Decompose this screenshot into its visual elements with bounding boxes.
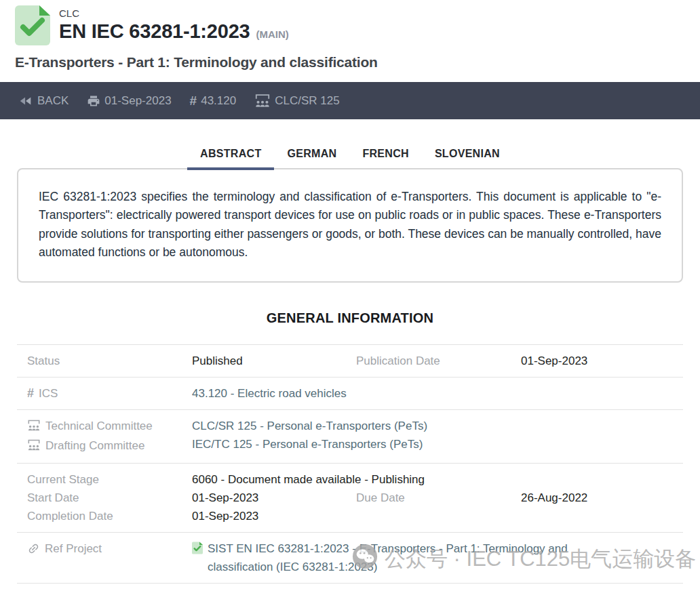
hash-icon: #	[190, 94, 197, 108]
drafting-committee-value-link[interactable]: IEC/TC 125 - Personal e-Transporters (Pe…	[192, 435, 673, 453]
current-stage-label: Current Stage	[27, 470, 192, 489]
ics-label: # ICS	[27, 384, 192, 403]
technical-committee-value-link[interactable]: CLC/SR 125 - Personal e-Transporters (Pe…	[192, 417, 673, 435]
document-check-icon	[15, 5, 50, 48]
standard-subtitle: E-Transporters - Part 1: Terminology and…	[15, 54, 685, 70]
table-row-ics: # ICS 43.120 - Electric road vehicles	[17, 377, 683, 409]
language-tabs: ABSTRACT GERMAN FRENCH SLOVENIAN	[17, 144, 683, 170]
org-label: CLC	[59, 7, 289, 20]
nav-ics-code: 43.120	[201, 94, 236, 108]
publication-date-value: 01-Sep-2023	[521, 352, 673, 370]
page-header: CLC EN IEC 63281-1:2023 (MAIN) E-Transpo…	[0, 0, 700, 70]
tab-french[interactable]: FRENCH	[349, 144, 421, 170]
start-date-label: Start Date	[27, 489, 192, 507]
status-label: Status	[27, 352, 192, 370]
status-value: Published	[192, 352, 356, 370]
abstract-panel: IEC 63281-1:2023 specifies the terminolo…	[17, 168, 683, 283]
back-button[interactable]: BACK	[18, 94, 69, 108]
variant-badge: (MAIN)	[256, 28, 289, 40]
committee-icon	[254, 94, 271, 108]
fast-rewind-icon	[18, 94, 33, 108]
due-date-value: 26-Aug-2022	[521, 489, 673, 507]
back-label: BACK	[37, 94, 69, 108]
tab-abstract[interactable]: ABSTRACT	[187, 144, 274, 170]
hash-icon: #	[27, 384, 34, 403]
link-icon	[27, 539, 40, 561]
table-row-status: Status Published Publication Date 01-Sep…	[17, 344, 683, 377]
ref-project-label: Ref Project	[27, 539, 192, 576]
nav-publication-date: 01-Sep-2023	[104, 94, 171, 108]
technical-committee-label: Technical Committee	[27, 417, 192, 436]
table-row-ref-project: Ref Project SIST EN IEC 63281-1:2023 - E…	[17, 532, 683, 584]
ics-chip: # 43.120	[190, 94, 237, 108]
committee-chip: CLC/SR 125	[254, 94, 339, 108]
toolbar: BACK 01-Sep-2023 # 43.120 CLC/SR 125	[0, 82, 700, 119]
page-title: EN IEC 63281-1:2023	[59, 20, 250, 43]
start-date-value: 01-Sep-2023	[192, 489, 356, 507]
general-information-table: Status Published Publication Date 01-Sep…	[17, 344, 683, 584]
committee-icon	[27, 417, 41, 436]
committee-icon	[27, 436, 41, 456]
publication-date-label: Publication Date	[356, 352, 521, 370]
printer-icon	[87, 94, 100, 108]
document-check-icon	[192, 539, 203, 576]
due-date-label: Due Date	[356, 489, 521, 507]
nav-committee: CLC/SR 125	[275, 94, 339, 108]
table-row-current-stage: Current Stage 6060 - Document made avail…	[17, 463, 683, 532]
table-row-committees: Technical Committee	[17, 409, 683, 463]
general-information-heading: GENERAL INFORMATION	[17, 310, 683, 326]
ref-project-value-link[interactable]: SIST EN IEC 63281-1:2023 - E-Transporter…	[208, 539, 629, 576]
tab-german[interactable]: GERMAN	[274, 144, 349, 170]
current-stage-value: 6060 - Document made available - Publish…	[192, 470, 673, 489]
completion-date-value: 01-Sep-2023	[192, 507, 356, 525]
abstract-text: IEC 63281-1:2023 specifies the terminolo…	[39, 190, 661, 259]
publication-date-chip: 01-Sep-2023	[87, 94, 171, 108]
tab-slovenian[interactable]: SLOVENIAN	[422, 144, 513, 170]
drafting-committee-label: Drafting Committee	[27, 436, 192, 456]
ics-value-link[interactable]: 43.120 - Electric road vehicles	[192, 384, 673, 403]
completion-date-label: Completion Date	[27, 507, 192, 525]
